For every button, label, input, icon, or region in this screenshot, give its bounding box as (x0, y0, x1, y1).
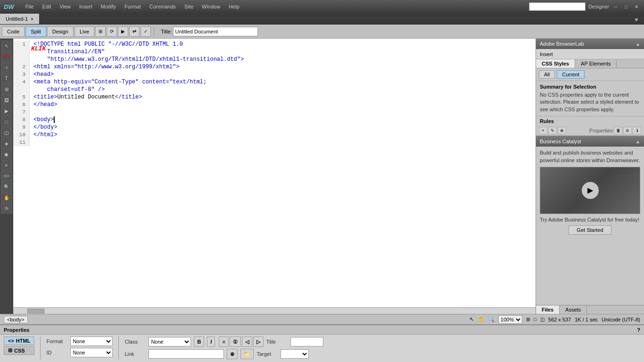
browserlab-collapse-icon[interactable]: ▲ (636, 41, 640, 47)
tab-bar-right: ▼ (632, 16, 644, 24)
html-tab-button[interactable]: <> HTML (4, 337, 34, 345)
tool-form[interactable]: □ (1, 116, 12, 127)
tool-ap-div[interactable]: ◫ (1, 127, 12, 138)
italic-button[interactable]: I (207, 337, 215, 347)
tool-spry[interactable]: ◈ (1, 138, 12, 148)
menu-window[interactable]: Window (198, 3, 224, 10)
css-tab-label: CSS (14, 348, 25, 354)
zoom-level-select[interactable]: 100% (498, 315, 522, 324)
tool-jquery[interactable]: ◉ (1, 149, 12, 159)
css-info-icon[interactable]: ℹ (633, 127, 641, 134)
tag-indicator[interactable]: <body> (4, 316, 28, 323)
split-view-button[interactable]: Split (25, 26, 46, 37)
menu-view[interactable]: View (56, 3, 74, 10)
css-delete-icon[interactable]: 🗑 (614, 127, 622, 134)
code-line-6: 6 </head> (13, 101, 536, 108)
bc-video-thumbnail[interactable]: ▶ (540, 167, 640, 214)
tool-select[interactable]: ⊹ (1, 62, 12, 73)
tool-insert[interactable]: KLIK (1, 51, 12, 62)
indent-button[interactable]: ▷ (253, 337, 264, 347)
all-button[interactable]: All (539, 70, 555, 79)
menu-file[interactable]: File (22, 3, 38, 10)
horizontal-scrollbar[interactable] (13, 307, 536, 314)
scrollbar-thumb[interactable] (27, 309, 44, 313)
refresh-icon[interactable]: ⟳ (107, 26, 117, 37)
link-input[interactable] (149, 349, 224, 359)
css-new-rule-icon[interactable]: + (539, 127, 547, 134)
play-button-icon[interactable]: ▶ (582, 182, 599, 199)
link-folder-icon[interactable]: 📁 (240, 349, 254, 359)
menu-help[interactable]: Help (225, 3, 243, 10)
tab-css-styles[interactable]: CSS Styles (536, 59, 575, 68)
outdent-button[interactable]: ◁ (242, 337, 252, 347)
zoom-tool-icon[interactable]: 🔍 (488, 316, 495, 322)
tool-image[interactable]: 🖼 (1, 95, 12, 105)
format-select[interactable]: None Paragraph Heading 1 (70, 337, 113, 346)
css-attach-icon[interactable]: ⊕ (558, 127, 566, 134)
menu-commands[interactable]: Commands (146, 3, 180, 10)
link-label: Link (124, 351, 146, 357)
ordered-list-button[interactable]: ① (230, 337, 241, 347)
menu-format[interactable]: Format (121, 3, 145, 10)
menu-edit[interactable]: Edit (38, 3, 55, 10)
css-tab-button[interactable]: ⊞ CSS (4, 346, 34, 355)
tab-ap-elements[interactable]: AP Elements (575, 59, 617, 68)
line-content: <meta http-equiv="Content-Type" content=… (30, 78, 206, 86)
check-icon[interactable]: ✓ (140, 26, 151, 37)
bc-collapse-icon[interactable]: ▲ (636, 139, 640, 144)
close-button[interactable]: ✕ (633, 3, 640, 10)
code-line-1b: Transitional//EN" (13, 48, 536, 56)
tab-close-icon[interactable]: × (31, 16, 33, 22)
tool-refresh[interactable]: ⟳ (1, 203, 12, 214)
line-number: 10 (13, 131, 30, 139)
design-view-button[interactable]: Design (47, 26, 74, 37)
menu-insert[interactable]: Insert (75, 3, 96, 10)
document-tab[interactable]: Untitled-1 × (0, 14, 40, 24)
select-tool-icon[interactable]: ↖ (470, 316, 474, 322)
css-disable-icon[interactable]: ⊘ (623, 127, 632, 134)
tool-text[interactable]: T (1, 73, 12, 83)
code-view[interactable]: KLIK 1 <!DOCTYPE html PUBLIC "-//W3C//DT… (13, 39, 536, 307)
target-select[interactable] (281, 349, 309, 359)
bold-button[interactable]: B (194, 337, 204, 347)
link-row: Link ⊕ 📁 Target (124, 349, 323, 359)
tab-name: Untitled-1 (6, 16, 28, 22)
tool-zoom[interactable]: 🔍 (1, 181, 12, 192)
tool-hand[interactable]: ✋ (1, 192, 12, 203)
tab-assets[interactable]: Assets (560, 305, 587, 314)
preview-icon[interactable]: ▶ (118, 26, 128, 37)
id-select[interactable]: None (70, 348, 113, 357)
menu-site[interactable]: Site (181, 3, 197, 10)
collapse-icon[interactable]: ▼ (632, 16, 641, 24)
current-button[interactable]: Current (557, 70, 585, 79)
tool-data[interactable]: ≡ (1, 160, 12, 170)
insert-label: Insert (540, 51, 553, 57)
class-select[interactable]: None (149, 337, 191, 346)
tool-arrow[interactable]: ↖ (1, 41, 12, 51)
minimize-button[interactable]: ─ (612, 3, 619, 10)
css-edit-icon[interactable]: ✎ (548, 127, 557, 134)
link-browse-icon[interactable]: ⊕ (227, 349, 238, 359)
tool-table[interactable]: ⊞ (1, 84, 12, 94)
properties-help-icon[interactable]: ? (637, 327, 640, 333)
encoding-display: Unicode (UTF-8) (602, 317, 640, 322)
tool-code[interactable]: <> (1, 171, 12, 181)
code-view-button[interactable]: Code (2, 26, 25, 37)
document-title-input[interactable] (173, 27, 258, 36)
unordered-list-button[interactable]: ≡ (219, 337, 228, 347)
search-box[interactable] (529, 2, 586, 11)
tab-files[interactable]: Files (536, 305, 560, 314)
maximize-button[interactable]: □ (622, 3, 630, 10)
hand-tool-icon[interactable]: ✋ (478, 316, 484, 322)
menu-modify[interactable]: Modify (97, 3, 120, 10)
tool-media[interactable]: ▶ (1, 106, 12, 116)
code-line-1: 1 <!DOCTYPE html PUBLIC "-//W3C//DTD XHT… (13, 41, 536, 48)
html-tab-label: HTML (16, 338, 31, 344)
live-view-button[interactable]: Live (74, 26, 94, 37)
inspect-icon[interactable]: ⊞ (95, 26, 106, 37)
title-prop-input[interactable] (290, 337, 323, 346)
get-started-button[interactable]: Get Started (569, 225, 611, 235)
class-link-group: Class None B I ≡ ① ◁ ▷ Title Link ⊕ (124, 337, 323, 359)
line-content (30, 108, 33, 116)
sync-icon[interactable]: ⇄ (129, 26, 140, 37)
